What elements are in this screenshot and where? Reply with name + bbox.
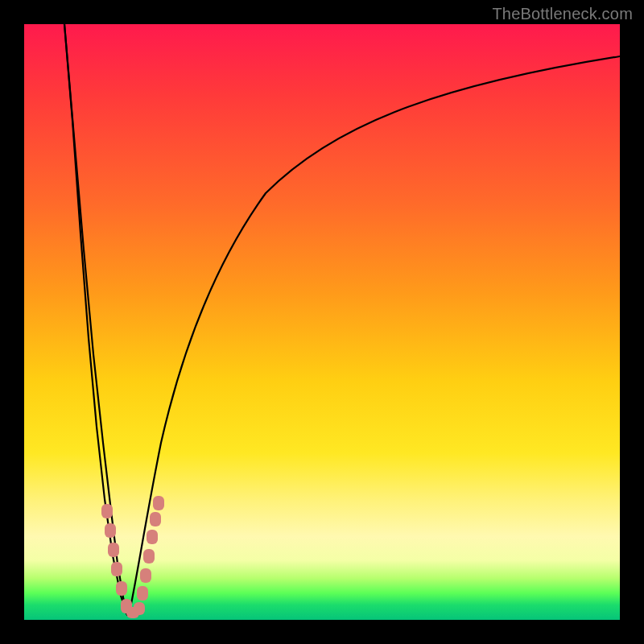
chart-frame: TheBottleneck.com	[0, 0, 644, 644]
bottleneck-curve	[24, 24, 620, 620]
svg-rect-12	[150, 512, 161, 526]
svg-rect-7	[134, 602, 145, 615]
curve-right	[129, 56, 620, 615]
curve-left	[64, 24, 127, 615]
watermark-text: TheBottleneck.com	[492, 5, 633, 23]
svg-rect-1	[105, 523, 116, 538]
curve-left-branch	[64, 24, 127, 615]
svg-rect-13	[153, 496, 164, 510]
svg-rect-8	[137, 586, 148, 601]
svg-rect-10	[143, 549, 155, 564]
svg-rect-3	[111, 562, 122, 576]
svg-rect-2	[108, 543, 119, 557]
plot-area	[24, 24, 620, 620]
svg-rect-4	[116, 581, 127, 596]
svg-rect-0	[101, 504, 113, 518]
svg-rect-9	[140, 568, 151, 583]
svg-rect-11	[147, 530, 158, 544]
